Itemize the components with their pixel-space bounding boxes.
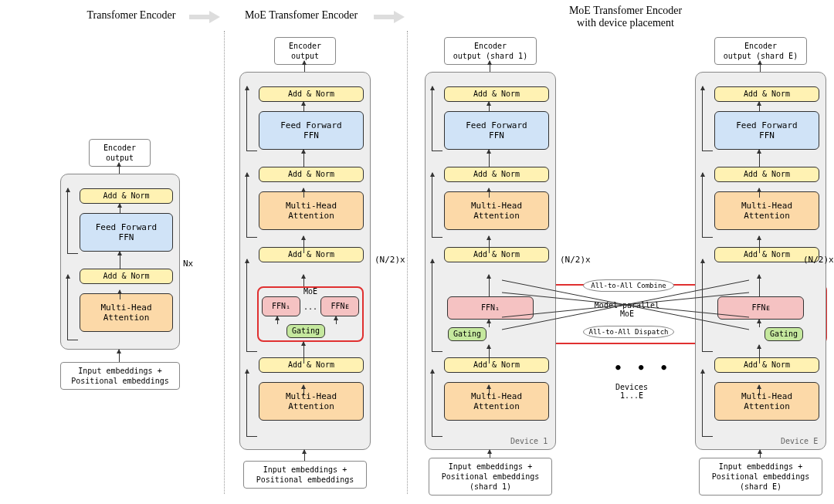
residual <box>432 173 442 238</box>
add-norm: Add & Norm <box>444 86 549 102</box>
title-transformer: Transfomer Encoder <box>73 9 189 22</box>
residual <box>702 173 713 238</box>
mha-block: Multi-Head Attention <box>259 382 364 421</box>
arrow <box>489 188 490 198</box>
ffn-block: Feed Forward FFN <box>444 111 549 150</box>
add-norm: Add & Norm <box>714 86 819 102</box>
arrow <box>489 150 490 167</box>
arrow <box>760 61 761 72</box>
device-1-tag: Device 1 <box>510 437 548 445</box>
arrow <box>489 236 490 253</box>
residual <box>246 370 257 437</box>
moe-label: MoE <box>303 287 317 296</box>
arrow <box>304 61 305 72</box>
arrow <box>489 320 490 327</box>
residual <box>702 259 713 352</box>
mha-block: Multi-Head Attention <box>80 293 173 332</box>
arrow <box>119 163 120 174</box>
arrow <box>759 102 760 111</box>
encoder-device-1: Add & Norm Feed Forward FFN Add & Norm M… <box>425 72 556 450</box>
arrow <box>489 275 490 296</box>
residual <box>67 275 78 340</box>
arrow-transition-2 <box>374 11 405 23</box>
mha-block: Multi-Head Attention <box>714 191 819 230</box>
add-norm: Add & Norm <box>80 188 173 204</box>
model-parallel-moe-label: Model-parallel MoE <box>592 301 663 318</box>
arrow <box>759 188 760 198</box>
arrow <box>303 188 304 198</box>
expert-ffn1: FFN₁ <box>262 296 300 316</box>
arrow <box>759 385 760 394</box>
arrow <box>759 236 760 253</box>
expert-ffnE: FFNᴇ <box>320 296 359 316</box>
add-norm: Add & Norm <box>259 86 364 102</box>
devices-1E-label: Devices 1...E <box>612 383 651 400</box>
residual <box>246 86 257 151</box>
add-norm: Add & Norm <box>714 167 819 182</box>
input-1: Input embeddings + Positional embeddings <box>60 362 180 390</box>
arrow <box>120 290 120 299</box>
residual <box>67 188 78 254</box>
arrow <box>759 345 760 364</box>
input-sE: Input embeddings + Positional embeddings… <box>699 458 822 496</box>
encoder-2: Add & Norm Feed Forward FFN Add & Norm M… <box>239 72 371 450</box>
arrow <box>489 385 490 394</box>
title-moe-device: MoE Transfomer Encoder with device place… <box>525 5 726 29</box>
n2x-label-dE: (N/2)x <box>803 255 834 265</box>
residual <box>702 86 713 151</box>
input-2: Input embeddings + Positional embeddings <box>243 461 367 489</box>
residual <box>702 370 713 437</box>
arrow <box>303 150 304 167</box>
devices-dots: • • • <box>614 360 671 376</box>
ffn-block: Feed Forward FFN <box>714 111 819 150</box>
add-norm: Add & Norm <box>259 357 364 373</box>
arrow <box>304 450 305 461</box>
all-to-all-dispatch: All-to-All Dispatch <box>583 326 674 338</box>
arrow <box>303 342 304 364</box>
arrow <box>490 61 490 72</box>
mha-block: Multi-Head Attention <box>444 382 549 421</box>
residual <box>246 259 257 352</box>
ffn-block: Feed Forward FFN <box>80 213 173 252</box>
residual <box>432 259 442 352</box>
n2x-label-d1: (N/2)x <box>560 255 591 265</box>
mha-block: Multi-Head Attention <box>714 382 819 421</box>
ffn-block: Feed Forward FFN <box>259 111 364 150</box>
add-norm: Add & Norm <box>259 247 364 262</box>
n2x-label: (N/2)x <box>375 255 405 265</box>
all-to-all-combine: All-to-All Combine <box>583 279 674 292</box>
arrow <box>336 316 337 324</box>
gating-block: Gating <box>448 327 486 341</box>
arrow <box>759 150 760 167</box>
arrow <box>303 102 304 111</box>
arrow <box>277 316 278 324</box>
gating-block: Gating <box>286 324 325 338</box>
add-norm: Add & Norm <box>444 357 549 373</box>
expert-ffnE: FFNᴇ <box>717 296 804 320</box>
residual <box>246 173 257 238</box>
gating-block: Gating <box>764 327 803 341</box>
arrow <box>490 450 490 458</box>
expert-ffn1: FFN₁ <box>447 296 534 320</box>
nx-label: Nx <box>183 259 193 269</box>
separator-2 <box>407 31 408 494</box>
arrow <box>489 102 490 111</box>
separator-1 <box>224 31 225 494</box>
arrow <box>119 350 120 362</box>
arrow-transition-1 <box>189 11 220 23</box>
input-s1: Input embeddings + Positional embeddings… <box>429 458 552 496</box>
add-norm: Add & Norm <box>444 247 549 262</box>
mha-block: Multi-Head Attention <box>259 191 364 230</box>
arrow <box>489 345 490 364</box>
arrow <box>120 204 120 213</box>
add-norm: Add & Norm <box>80 269 173 284</box>
arrow <box>120 252 120 269</box>
arrow <box>303 275 304 286</box>
title-moe-transformer: MoE Transfomer Encoder <box>232 9 371 22</box>
residual <box>432 86 442 151</box>
add-norm: Add & Norm <box>714 357 819 373</box>
add-norm: Add & Norm <box>259 167 364 182</box>
arrow <box>759 275 760 296</box>
add-norm: Add & Norm <box>444 167 549 182</box>
encoder-1: Add & Norm Feed Forward FFN Add & Norm M… <box>60 174 180 350</box>
